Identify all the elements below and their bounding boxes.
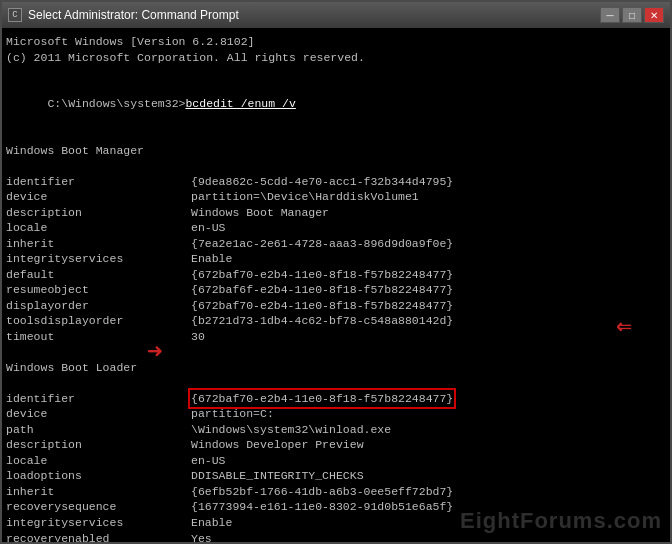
row-key: description <box>6 205 191 221</box>
table-row: localeen-US <box>6 220 666 236</box>
prompt1: C:\Windows\system32> <box>47 97 185 110</box>
row-val: {6efb52bf-1766-41db-a6b3-0ee5eff72bd7} <box>191 484 666 500</box>
table-row: default{672baf70-e2b4-11e0-8f18-f57b8224… <box>6 267 666 283</box>
blank3 <box>6 158 666 174</box>
table-row: integrityservicesEnable <box>6 251 666 267</box>
row-key: locale <box>6 453 191 469</box>
row-key: inherit <box>6 484 191 500</box>
table-row: devicepartition=\Device\HarddiskVolume1 <box>6 189 666 205</box>
table-row: displayorder{672baf70-e2b4-11e0-8f18-f57… <box>6 298 666 314</box>
command-text: bcdedit /enum /v <box>185 97 295 110</box>
blank5 <box>6 375 666 391</box>
maximize-button[interactable]: □ <box>622 7 642 23</box>
window-title: Select Administrator: Command Prompt <box>28 8 239 22</box>
row-val: {672baf70-e2b4-11e0-8f18-f57b82248477} <box>191 298 666 314</box>
version-line: Microsoft Windows [Version 6.2.8102] <box>6 34 666 50</box>
row-key: identifier <box>6 391 191 407</box>
row-val: 30 <box>191 329 666 345</box>
table-row: identifier{672baf70-e2b4-11e0-8f18-f57b8… <box>6 391 666 407</box>
row-val: \Windows\system32\winload.exe <box>191 422 666 438</box>
row-key: recoveryenabled <box>6 531 191 543</box>
row-val: en-US <box>191 453 666 469</box>
console-body: Microsoft Windows [Version 6.2.8102] (c)… <box>2 28 670 542</box>
row-val: Enable <box>191 515 666 531</box>
row-key: device <box>6 406 191 422</box>
row-key: description <box>6 437 191 453</box>
table-row: recoverysequence{16773994-e161-11e0-8302… <box>6 499 666 515</box>
row-val: Windows Boot Manager <box>191 205 666 221</box>
table-row: devicepartition=C: <box>6 406 666 422</box>
command-line: C:\Windows\system32>bcdedit /enum /v <box>6 81 666 128</box>
row-val: {b2721d73-1db4-4c62-bf78-c548a880142d} <box>191 313 666 329</box>
row-key: displayorder <box>6 298 191 314</box>
row-key: device <box>6 189 191 205</box>
row-key: identifier <box>6 174 191 190</box>
row-key: locale <box>6 220 191 236</box>
row-key: toolsdisplayorder <box>6 313 191 329</box>
row-key: default <box>6 267 191 283</box>
table-row: descriptionWindows Boot Manager <box>6 205 666 221</box>
row-key: inherit <box>6 236 191 252</box>
row-key: resumeobject <box>6 282 191 298</box>
title-bar-buttons: ─ □ ✕ <box>600 7 664 23</box>
boot-manager-data: identifier{9dea862c-5cdd-4e70-acc1-f32b3… <box>6 174 666 345</box>
row-val: {16773994-e161-11e0-8302-91d0b51e6a5f} <box>191 499 666 515</box>
row-val: {7ea2e1ac-2e61-4728-aaa3-896d9d0a9f0e} <box>191 236 666 252</box>
blank4 <box>6 344 666 360</box>
table-row: integrityservicesEnable <box>6 515 666 531</box>
section1-header: Windows Boot Manager <box>6 143 666 159</box>
arrow-desc-icon: ➜ <box>147 336 163 371</box>
row-val: DDISABLE_INTEGRITY_CHECKS <box>191 468 666 484</box>
title-bar-left: C Select Administrator: Command Prompt <box>8 8 239 22</box>
row-key: timeout <box>6 329 191 345</box>
table-row: inherit{7ea2e1ac-2e61-4728-aaa3-896d9d0a… <box>6 236 666 252</box>
table-row: inherit{6efb52bf-1766-41db-a6b3-0ee5eff7… <box>6 484 666 500</box>
row-key: loadoptions <box>6 468 191 484</box>
arrow-right-icon: ⇐ <box>616 310 632 345</box>
table-row: descriptionWindows Developer Preview <box>6 437 666 453</box>
row-key: recoverysequence <box>6 499 191 515</box>
table-row: localeen-US <box>6 453 666 469</box>
row-val: partition=\Device\HarddiskVolume1 <box>191 189 666 205</box>
row-val: Enable <box>191 251 666 267</box>
row-val: Windows Developer Preview <box>191 437 666 453</box>
row-key: integrityservices <box>6 515 191 531</box>
row-val: Yes <box>191 531 666 543</box>
table-row: recoveryenabledYes <box>6 531 666 543</box>
blank2 <box>6 127 666 143</box>
boot-loader-data: identifier{672baf70-e2b4-11e0-8f18-f57b8… <box>6 391 666 542</box>
table-row: resumeobject{672baf6f-e2b4-11e0-8f18-f57… <box>6 282 666 298</box>
table-row: timeout30 <box>6 329 666 345</box>
table-row: identifier{9dea862c-5cdd-4e70-acc1-f32b3… <box>6 174 666 190</box>
table-row: path\Windows\system32\winload.exe <box>6 422 666 438</box>
main-window: C Select Administrator: Command Prompt ─… <box>0 0 672 544</box>
table-row: loadoptionsDDISABLE_INTEGRITY_CHECKS <box>6 468 666 484</box>
highlighted-identifier: {672baf70-e2b4-11e0-8f18-f57b82248477} <box>191 391 453 407</box>
window-icon: C <box>8 8 22 22</box>
row-val: {672baf6f-e2b4-11e0-8f18-f57b82248477} <box>191 282 666 298</box>
title-bar: C Select Administrator: Command Prompt ─… <box>2 2 670 28</box>
row-val: {672baf70-e2b4-11e0-8f18-f57b82248477} <box>191 391 666 407</box>
row-key: integrityservices <box>6 251 191 267</box>
row-val: en-US <box>191 220 666 236</box>
section2-header: Windows Boot Loader <box>6 360 666 376</box>
row-key: path <box>6 422 191 438</box>
row-val: {672baf70-e2b4-11e0-8f18-f57b82248477} <box>191 267 666 283</box>
copyright-line: (c) 2011 Microsoft Corporation. All righ… <box>6 50 666 66</box>
row-val: {9dea862c-5cdd-4e70-acc1-f32b344d4795} <box>191 174 666 190</box>
minimize-button[interactable]: ─ <box>600 7 620 23</box>
row-val: partition=C: <box>191 406 666 422</box>
close-button[interactable]: ✕ <box>644 7 664 23</box>
table-row: toolsdisplayorder{b2721d73-1db4-4c62-bf7… <box>6 313 666 329</box>
blank1 <box>6 65 666 81</box>
